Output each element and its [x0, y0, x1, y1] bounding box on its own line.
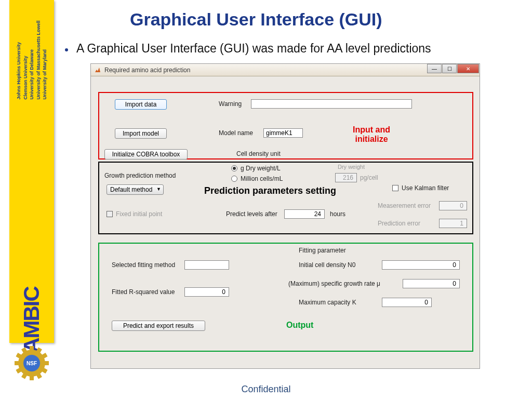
output-annotation: Output — [286, 321, 313, 330]
n0-label: Initial cell density N0 — [299, 261, 355, 269]
warning-field[interactable] — [251, 99, 412, 109]
import-data-button[interactable]: Import data — [115, 99, 167, 110]
close-button[interactable]: ✕ — [457, 64, 479, 73]
warning-label: Warning — [219, 100, 242, 108]
prediction-params-annotation: Prediction parameters setting — [204, 185, 336, 196]
nsf-logo: NSF — [16, 347, 48, 379]
mu-label: (Maximum) specific growth rate μ — [288, 280, 380, 287]
radio-million-cells[interactable] — [231, 176, 237, 182]
kalman-checkbox[interactable] — [392, 185, 398, 191]
k-label: Maximum capacity K — [299, 299, 356, 306]
radio-dry-weight-row: g Dry weight/L — [231, 165, 281, 172]
radio-dry-weight-label: g Dry weight/L — [241, 165, 281, 172]
radio-million-cells-row: Million cells/mL — [231, 175, 283, 182]
growth-method-label: Growth prediction method — [104, 172, 176, 179]
cell-density-unit-label: Cell density unit — [236, 150, 281, 157]
university-list: Johns Hopkins University Clemson Univers… — [16, 0, 48, 99]
dry-weight-field — [335, 173, 357, 182]
rsq-label: Fitted R-squared value — [112, 288, 175, 296]
input-initialize-annotation: Input and initialize — [340, 125, 403, 144]
k-field[interactable] — [382, 298, 432, 307]
predict-after-field[interactable] — [284, 209, 325, 219]
predict-export-button[interactable]: Predict and export results — [112, 321, 205, 331]
bullet-dot-icon — [65, 48, 68, 51]
gui-body: Import data Warning Import model Model n… — [91, 76, 480, 368]
model-name-field[interactable] — [263, 128, 303, 138]
slide-title: Graphical User Interface (GUI) — [130, 9, 382, 30]
kalman-label: Use Kalman filter — [402, 184, 449, 192]
gui-window: Required amino acid prediction — ☐ ✕ Imp… — [90, 63, 480, 369]
fixed-point-label: Fixed initial point — [116, 210, 162, 218]
dry-weight-label: Dry weight — [338, 164, 365, 170]
measurement-error-field — [439, 201, 467, 210]
bullet-row: A Graphical User Interface (GUI) was mad… — [65, 42, 431, 56]
fixed-point-row: Fixed initial point — [107, 210, 162, 218]
growth-method-select[interactable]: Default method — [107, 184, 164, 195]
dry-weight-unit: pg/cell — [360, 174, 378, 181]
fixed-point-checkbox — [107, 211, 113, 217]
fitting-parameter-label: Fitting parameter — [299, 247, 346, 254]
maximize-button[interactable]: ☐ — [442, 64, 457, 73]
matlab-icon — [94, 66, 101, 74]
window-controls: — ☐ ✕ — [427, 64, 480, 73]
output-section — [98, 243, 473, 352]
confidential-footer: Confidential — [0, 384, 532, 395]
bullet-text: A Graphical User Interface (GUI) was mad… — [76, 42, 431, 56]
measurement-error-label: Measerement error — [378, 202, 431, 209]
ambic-sidebar: Johns Hopkins University Clemson Univers… — [9, 0, 54, 343]
rsq-field[interactable] — [184, 287, 229, 297]
mu-field[interactable] — [403, 279, 460, 288]
n0-field[interactable] — [382, 260, 460, 270]
radio-million-cells-label: Million cells/mL — [241, 175, 283, 182]
predict-after-label: Predict levels after — [226, 210, 277, 218]
kalman-row: Use Kalman filter — [392, 184, 449, 192]
window-title: Required amino acid prediction — [104, 66, 190, 74]
minimize-button[interactable]: — — [427, 64, 442, 73]
radio-dry-weight[interactable] — [231, 165, 237, 171]
predict-after-unit: hours — [330, 210, 345, 218]
import-model-button[interactable]: Import model — [115, 128, 167, 139]
nsf-text: NSF — [16, 347, 48, 379]
ambic-logo: AMBIC — [19, 287, 44, 353]
prediction-error-label: Prediction error — [378, 220, 420, 227]
title-bar: Required amino acid prediction — ☐ ✕ — [91, 64, 480, 76]
initialize-cobra-button[interactable]: Initialize COBRA toolbox — [104, 149, 188, 159]
prediction-error-field — [439, 219, 467, 228]
selected-fitting-label: Selected fitting method — [112, 261, 175, 269]
model-name-label: Model name — [219, 129, 253, 137]
selected-fitting-field[interactable] — [184, 260, 229, 270]
